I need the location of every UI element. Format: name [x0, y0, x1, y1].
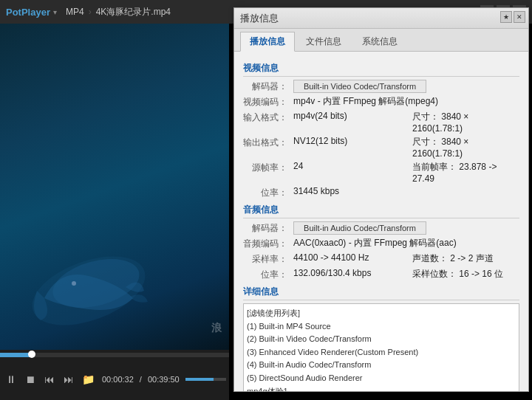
input-size-col: 尺寸： 3840 × 2160(1.78:1) [412, 111, 519, 134]
dialog-pin-button[interactable]: ★ [500, 11, 512, 23]
video-decoder-value: Built-in Video Codec/Transform [293, 80, 519, 93]
dialog-window-controls: ★ ✕ [500, 11, 525, 23]
svg-point-2 [72, 281, 76, 286]
audio-section-header: 音频信息 [243, 204, 519, 218]
framerate-label: 源帧率： [243, 161, 287, 174]
current-fps-label: 当前帧率： [412, 162, 457, 172]
audio-bitrate-row: 位率： 132.096/130.4 kbps 采样位数： 16 -> 16 位 [243, 268, 519, 281]
breadcrumb-mp4: MP4 [66, 7, 84, 17]
input-format-row: 输入格式： mp4v(24 bits) 尺寸： 3840 × 2160(1.78… [243, 111, 519, 134]
bottom-controls: ⏸ ⏹ ⏮ ⏭ 📁 00:00:32 / 00:39:50 [0, 350, 229, 400]
framerate-value: 24 [293, 161, 400, 184]
time-current: 00:00:32 [102, 375, 134, 384]
input-format-cols: mp4v(24 bits) 尺寸： 3840 × 2160(1.78:1) [293, 111, 519, 134]
audio-samplerate-value: 44100 -> 44100 Hz [293, 252, 400, 265]
breadcrumb-filename: 4K海豚纪录片.mp4 [96, 6, 171, 18]
progress-thumb[interactable] [28, 351, 35, 358]
audio-bitrate-cols: 132.096/130.4 kbps 采样位数： 16 -> 16 位 [293, 268, 519, 280]
audio-samplerate-label: 采样率： [243, 252, 287, 266]
video-codec-value: mp4v - 内置 FFmpeg 解码器(mpeg4) [293, 95, 519, 108]
info-dialog: 播放信息 ★ ✕ 播放信息 文件信息 系统信息 视频信息 解码器： Built-… [233, 7, 529, 392]
audio-codec-value: AAC(0xaac0) - 内置 FFmpeg 解码器(aac) [293, 237, 519, 249]
detail-item-4: (4) Built-in Audio Codec/Transform [247, 359, 516, 372]
audio-decoder-row: 解码器： Built-in Audio Codec/Transform [243, 221, 519, 235]
detail-section-header: 详细信息 [243, 286, 519, 300]
audio-samplebits-col: 采样位数： 16 -> 16 位 [412, 268, 519, 280]
output-format-cols: NV12(12 bits) 尺寸： 3840 × 2160(1.78:1) [293, 136, 519, 159]
whale-illustration [15, 217, 163, 328]
dialog-title-bar: 播放信息 ★ ✕ [234, 8, 528, 29]
dialog-tabs: 播放信息 文件信息 系统信息 [234, 29, 528, 52]
open-button[interactable]: 📁 [80, 371, 96, 387]
tab-file-info[interactable]: 文件信息 [296, 32, 351, 51]
audio-codec-label: 音频编码： [243, 237, 287, 250]
output-format-value: NV12(12 bits) [293, 136, 400, 159]
video-decoder-box: Built-in Video Codec/Transform [293, 80, 426, 93]
controls-row: ⏸ ⏹ ⏮ ⏭ 📁 00:00:32 / 00:39:50 [0, 359, 229, 400]
sep1: › [89, 7, 92, 17]
progress-fill [0, 353, 32, 357]
tab-playback-info[interactable]: 播放信息 [240, 32, 295, 52]
player-window: PotPlayer ▾ MP4 › 4K海豚纪录片.mp4 ─ □ ✕ 浪 [0, 0, 532, 400]
volume-bar[interactable] [185, 378, 226, 381]
video-bitrate-label: 位率： [243, 186, 287, 199]
video-bitrate-value: 31445 kbps [293, 186, 519, 196]
watermark: 浪 [211, 322, 222, 335]
output-format-label: 输出格式： [243, 136, 287, 149]
output-size-col: 尺寸： 3840 × 2160(1.78:1) [412, 136, 519, 159]
audio-channels-value: 2 -> 2 声道 [450, 253, 493, 263]
audio-samplebits-label: 采样位数： [412, 269, 457, 279]
audio-bitrate-value: 132.096/130.4 kbps [293, 268, 400, 280]
audio-decoder-label: 解码器： [243, 221, 287, 235]
dialog-content: 视频信息 解码器： Built-in Video Codec/Transform… [234, 52, 528, 391]
audio-bitrate-label: 位率： [243, 268, 287, 281]
dropdown-arrow[interactable]: ▾ [53, 8, 57, 16]
audio-samplerate-cols: 44100 -> 44100 Hz 声道数： 2 -> 2 声道 [293, 252, 519, 265]
next-button[interactable]: ⏭ [61, 371, 77, 387]
detail-item-6: mp4g体验1 [247, 385, 516, 391]
dialog-close-button[interactable]: ✕ [514, 11, 525, 23]
video-decoder-label: 解码器： [243, 80, 287, 93]
audio-decoder-value: Built-in Audio Codec/Transform [293, 221, 519, 235]
play-pause-button[interactable]: ⏸ [3, 371, 19, 387]
video-decoder-row: 解码器： Built-in Video Codec/Transform [243, 80, 519, 93]
prev-button[interactable]: ⏮ [41, 371, 58, 387]
time-sep: / [140, 375, 142, 384]
detail-item-2: (2) Built-in Video Codec/Transform [247, 333, 516, 346]
app-logo[interactable]: PotPlayer [6, 7, 50, 18]
video-codec-row: 视频编码： mp4v - 内置 FFmpeg 解码器(mpeg4) [243, 95, 519, 108]
video-section-header: 视频信息 [243, 62, 519, 77]
audio-channels-col: 声道数： 2 -> 2 声道 [412, 252, 519, 265]
time-total: 00:39:50 [148, 375, 180, 384]
audio-decoder-box: Built-in Audio Codec/Transform [293, 221, 426, 235]
detail-box: [滤镜使用列表] (1) Built-in MP4 Source (2) Bui… [243, 303, 519, 391]
detail-item-3: (3) Enhanced Video Renderer(Custom Prese… [247, 346, 516, 359]
volume-fill [185, 378, 214, 381]
input-format-value: mp4v(24 bits) [293, 111, 400, 134]
framerate-row: 源帧率： 24 当前帧率： 23.878 -> 27.49 [243, 161, 519, 184]
current-fps-col: 当前帧率： 23.878 -> 27.49 [412, 161, 519, 184]
stop-button[interactable]: ⏹ [22, 371, 38, 387]
detail-item-5: (5) DirectSound Audio Renderer [247, 372, 516, 385]
video-bitrate-row: 位率： 31445 kbps [243, 186, 519, 199]
detail-item-1: (1) Built-in MP4 Source [247, 320, 516, 334]
detail-item-0: [滤镜使用列表] [247, 307, 516, 320]
video-codec-label: 视频编码： [243, 95, 287, 108]
tab-system-info[interactable]: 系统信息 [352, 32, 407, 51]
audio-samplerate-row: 采样率： 44100 -> 44100 Hz 声道数： 2 -> 2 声道 [243, 252, 519, 266]
audio-channels-label: 声道数： [412, 253, 448, 263]
audio-codec-row: 音频编码： AAC(0xaac0) - 内置 FFmpeg 解码器(aac) [243, 237, 519, 250]
output-size-label: 尺寸： [412, 137, 439, 147]
dialog-title: 播放信息 [240, 12, 279, 25]
input-format-label: 输入格式： [243, 111, 287, 124]
output-format-row: 输出格式： NV12(12 bits) 尺寸： 3840 × 2160(1.78… [243, 136, 519, 159]
video-area: 浪 [0, 24, 229, 350]
framerate-cols: 24 当前帧率： 23.878 -> 27.49 [293, 161, 519, 184]
input-size-label: 尺寸： [412, 111, 439, 122]
audio-samplebits-value: 16 -> 16 位 [459, 269, 503, 279]
progress-bar[interactable] [0, 353, 229, 357]
